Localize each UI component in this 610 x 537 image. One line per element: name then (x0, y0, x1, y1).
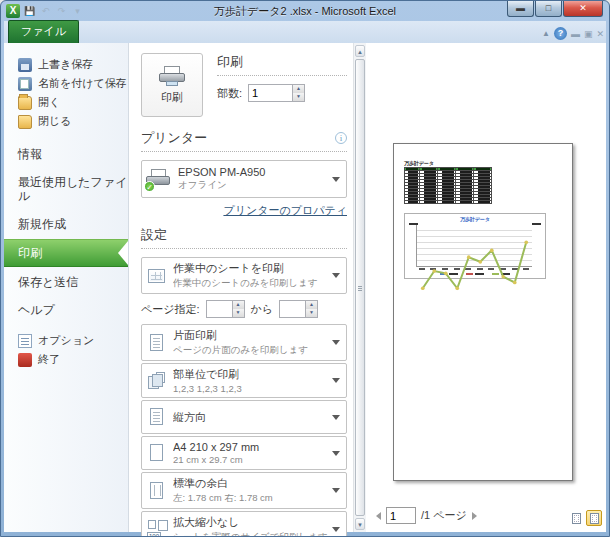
setting-dropdown[interactable]: 縦方向 (141, 400, 347, 434)
sidebar-command-label: 上書き保存 (38, 57, 93, 72)
chevron-down-icon (332, 340, 340, 345)
preview-chart-title: 万歩計データ (408, 216, 542, 223)
setting-dropdown[interactable]: 標準の余白 左: 1.78 cm 右: 1.78 cm (141, 472, 347, 509)
open-icon (18, 96, 32, 110)
no-scaling-icon (146, 519, 168, 537)
workbook-restore-icon[interactable]: ▣ (584, 29, 593, 39)
ribbon-tab[interactable] (107, 34, 121, 43)
printer-properties-link[interactable]: プリンターのプロパティ (223, 204, 347, 216)
sidebar-nav-item[interactable]: 印刷 (4, 239, 128, 267)
print-button-label: 印刷 (161, 90, 183, 105)
save-as-icon (18, 77, 32, 91)
printer-device-icon: ✓ (146, 168, 172, 190)
printer-info-icon[interactable]: i (335, 132, 347, 144)
settings-section-header: 設定 (141, 226, 347, 249)
next-page-icon[interactable] (472, 512, 477, 520)
printer-select[interactable]: ✓ EPSON PM-A950 オフライン (141, 160, 347, 198)
pages-to-input[interactable] (279, 300, 305, 318)
chart-plot-area (416, 225, 532, 267)
sidebar-command-label: 名前を付けて保存 (38, 76, 127, 91)
help-icon[interactable]: ? (554, 27, 567, 40)
ribbon-tab[interactable] (191, 34, 205, 43)
ribbon-tab[interactable] (177, 34, 191, 43)
setting-subtitle: 21 cm x 29.7 cm (173, 454, 328, 465)
scrollbar-thumb[interactable] (355, 59, 365, 516)
setting-title: 標準の余白 (173, 476, 328, 491)
sidebar-nav-item[interactable]: 最近使用したファイル (4, 169, 128, 209)
workbook-minimize-icon[interactable]: ▬ (571, 29, 580, 39)
print-button[interactable]: 印刷 (141, 53, 203, 117)
show-margins-button[interactable] (568, 510, 584, 526)
sidebar-nav-label: ヘルプ (18, 303, 55, 317)
ribbon-tab[interactable] (205, 34, 219, 43)
setting-dropdown[interactable]: 作業中のシートを印刷 作業中のシートのみを印刷します (141, 257, 347, 294)
setting-subtitle: 左: 1.78 cm 右: 1.78 cm (173, 492, 328, 505)
tab-file[interactable]: ファイル (8, 20, 79, 43)
setting-subtitle: 作業中のシートのみを印刷します (173, 277, 328, 290)
ribbon-tab[interactable] (135, 34, 149, 43)
collapse-ribbon-icon[interactable]: ▲ (542, 29, 550, 38)
ribbon-tab[interactable] (93, 34, 107, 43)
setting-title: 片面印刷 (173, 328, 328, 343)
setting-title: 拡大縮小なし (173, 515, 328, 530)
pages-to-stepper[interactable]: ▲▼ (279, 300, 318, 318)
sidebar-command[interactable]: 終了 (4, 350, 128, 369)
printer-status: オフライン (178, 179, 328, 192)
previous-page-icon[interactable] (376, 512, 381, 520)
pages-from-input[interactable] (206, 300, 232, 318)
sidebar-nav-label: 情報 (18, 147, 42, 161)
setting-title: 部単位で印刷 (173, 367, 328, 382)
ribbon-tab[interactable] (79, 34, 93, 43)
current-page-input[interactable] (386, 507, 416, 524)
chevron-down-icon (332, 451, 340, 456)
pages-from-stepper[interactable]: ▲▼ (206, 300, 245, 318)
setting-dropdown[interactable]: A4 210 x 297 mm 21 cm x 29.7 cm (141, 436, 347, 470)
preview-doc-title: 万歩計データ (404, 160, 572, 166)
right-axis-label (532, 223, 541, 225)
maximize-button[interactable]: □ (535, 1, 562, 17)
settings-scrollbar[interactable]: ▲ ▼ (353, 43, 366, 532)
ribbon-tab[interactable] (121, 34, 135, 43)
scroll-up-icon[interactable]: ▲ (355, 45, 365, 57)
sidebar-nav-label: 最近使用したファイル (18, 175, 127, 203)
sidebar-command[interactable]: 開く (4, 93, 128, 112)
sidebar-command[interactable]: オプション (4, 331, 128, 350)
paper-size-icon (146, 442, 168, 464)
setting-dropdown[interactable]: 部単位で印刷 1,2,3 1,2,3 1,2,3 (141, 363, 347, 398)
sidebar-nav-label: 印刷 (18, 246, 42, 260)
save-icon (18, 58, 32, 72)
chevron-down-icon (332, 378, 340, 383)
preview-page: 万歩計データ 万歩計データ (393, 143, 573, 481)
preview-mini-chart: 万歩計データ (404, 213, 546, 279)
chevron-down-icon (332, 527, 340, 532)
setting-dropdown[interactable]: 拡大縮小なし シートを実際のサイズで印刷します (141, 511, 347, 537)
sidebar-nav-item[interactable]: 情報 (4, 141, 128, 167)
preview-mini-table (404, 167, 492, 204)
sidebar-nav-item[interactable]: ヘルプ (4, 297, 128, 323)
setting-subtitle: シートを実際のサイズで印刷します (173, 531, 328, 537)
printer-section-header: プリンター i (141, 129, 347, 152)
sidebar-nav-item[interactable]: 新規作成 (4, 211, 128, 237)
print-section-header: 印刷 (217, 53, 347, 76)
scroll-down-icon[interactable]: ▼ (355, 518, 365, 530)
sidebar-command[interactable]: 名前を付けて保存 (4, 74, 128, 93)
sidebar-command[interactable]: 閉じる (4, 112, 128, 131)
title-bar: X 💾 ↶ ↷ ▾ 万歩計データ2 .xlsx - Microsoft Exce… (1, 1, 609, 21)
print-panel: 印刷 印刷 部数: ▲▼ プリンター (129, 43, 353, 532)
ribbon-tab[interactable] (163, 34, 177, 43)
pages-to-label: から (251, 302, 274, 317)
zoom-to-page-button[interactable] (586, 510, 602, 526)
chevron-down-icon (332, 273, 340, 278)
sidebar-nav-item[interactable]: 保存と送信 (4, 269, 128, 295)
workbook-close-icon[interactable]: ✕ (596, 29, 604, 39)
copies-stepper[interactable]: ▲▼ (248, 84, 305, 102)
sidebar-command-label: オプション (38, 333, 94, 348)
minimize-button[interactable]: ▬ (507, 1, 534, 17)
close-button[interactable]: ✕ (563, 1, 603, 17)
excel-window: X 💾 ↶ ↷ ▾ 万歩計データ2 .xlsx - Microsoft Exce… (0, 0, 610, 537)
copies-input[interactable] (248, 84, 292, 102)
print-preview-pane: 万歩計データ 万歩計データ /1 ページ (366, 43, 606, 532)
ribbon-tab[interactable] (149, 34, 163, 43)
sidebar-command[interactable]: 上書き保存 (4, 55, 128, 74)
setting-dropdown[interactable]: 片面印刷 ページの片面のみを印刷します (141, 324, 347, 361)
